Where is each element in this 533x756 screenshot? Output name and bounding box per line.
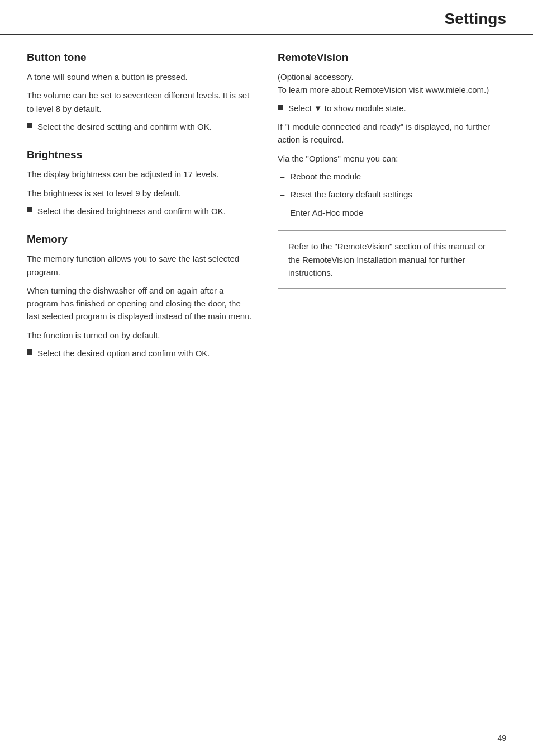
remotevision-special-para: If "i module connected and ready" is dis… (278, 120, 506, 147)
section-remotevision: RemoteVision (Optional accessory.To lear… (278, 51, 506, 289)
bullet-icon (27, 123, 32, 128)
bullet-icon (27, 349, 32, 355)
remotevision-dash2: – Reset the factory default settings (278, 188, 506, 201)
remotevision-heading: RemoteVision (278, 51, 506, 64)
page-title: Settings (445, 10, 506, 28)
remotevision-para1: (Optional accessory.To learn more about … (278, 70, 506, 97)
bullet-text: Select the desired brightness and confir… (37, 205, 226, 218)
i-icon-text: i (288, 122, 290, 131)
memory-para3: The function is turned on by default. (27, 329, 255, 342)
memory-heading: Memory (27, 233, 255, 245)
bullet-text: Select the desired option and confirm wi… (37, 347, 210, 360)
memory-bullet1: Select the desired option and confirm wi… (27, 347, 255, 360)
button-tone-para1: A tone will sound when a button is press… (27, 70, 255, 83)
remotevision-options-intro: Via the "Options" menu you can: (278, 152, 506, 165)
remotevision-dash3: – Enter Ad-Hoc mode (278, 207, 506, 220)
brightness-bullet1: Select the desired brightness and confir… (27, 205, 255, 218)
memory-para1: The memory function allows you to save t… (27, 252, 255, 278)
remotevision-info-box: Refer to the "RemoteVision" section of t… (278, 230, 506, 289)
brightness-heading: Brightness (27, 149, 255, 161)
brightness-para2: The brightness is set to level 9 by defa… (27, 187, 255, 200)
section-memory: Memory The memory function allows you to… (27, 233, 255, 360)
button-tone-bullet1: Select the desired setting and confirm w… (27, 121, 255, 134)
dash-text: Enter Ad-Hoc mode (290, 207, 363, 220)
bullet-icon (27, 207, 32, 212)
section-button-tone: Button tone A tone will sound when a but… (27, 51, 255, 133)
dash-icon: – (280, 171, 284, 183)
info-box-text: Refer to the "RemoteVision" section of t… (288, 242, 486, 277)
section-brightness: Brightness The display brightness can be… (27, 149, 255, 218)
right-column: RemoteVision (Optional accessory.To lear… (278, 51, 506, 375)
bullet-text: Select the desired setting and confirm w… (37, 121, 212, 134)
page-number: 49 (497, 734, 506, 743)
button-tone-para2: The volume can be set to seventeen diffe… (27, 89, 255, 115)
page-header: Settings (0, 0, 533, 35)
button-tone-heading: Button tone (27, 51, 255, 64)
dash-icon: – (280, 207, 284, 220)
dash-icon: – (280, 188, 284, 201)
dash-text: Reset the factory default settings (290, 188, 412, 201)
memory-para2: When turning the dishwasher off and on a… (27, 284, 255, 323)
content-area: Button tone A tone will sound when a but… (0, 35, 533, 392)
left-column: Button tone A tone will sound when a but… (27, 51, 255, 375)
dash-text: Reboot the module (290, 171, 361, 183)
remotevision-bullet1: Select ▼ to show module state. (278, 102, 506, 115)
bullet-icon (278, 105, 283, 110)
bullet-text: Select ▼ to show module state. (288, 102, 406, 115)
remotevision-dash1: – Reboot the module (278, 171, 506, 183)
brightness-para1: The display brightness can be adjusted i… (27, 168, 255, 181)
